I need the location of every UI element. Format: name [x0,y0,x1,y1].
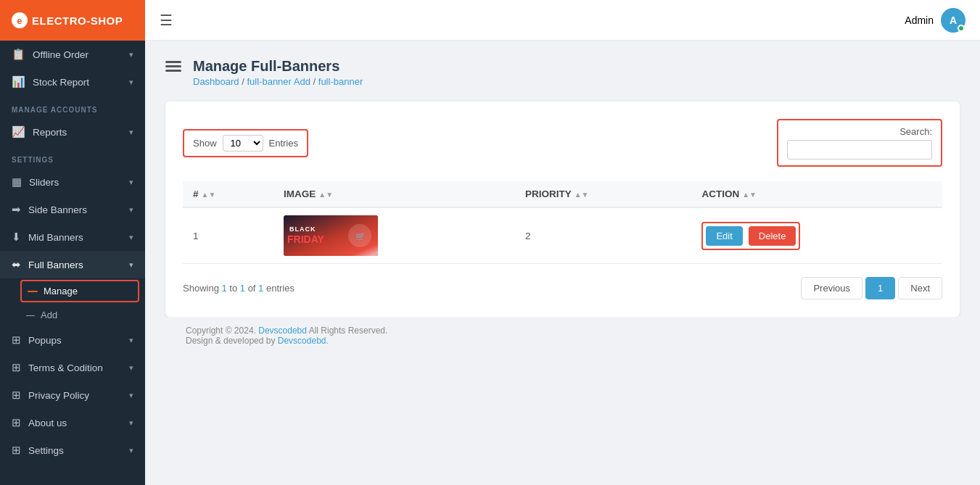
sidebar-item-about[interactable]: ⊞ About us ▾ [0,409,145,436]
sidebar-item-mid-banners[interactable]: ⬇ Mid Banners ▾ [0,223,145,251]
chevron-down-icon: ▾ [129,446,133,455]
footer-copyright: Copyright © 2024. [186,326,256,336]
cell-number: 1 [183,207,273,264]
stock-report-icon: 📊 [12,75,25,88]
col-header-action[interactable]: ACTION▲▼ [691,181,942,207]
sidebar-item-label: Settings [28,445,64,456]
search-input[interactable] [787,140,932,159]
page-header-icon [165,58,181,72]
content-area: Manage Full-Banners Dashboard / full-ban… [145,41,980,485]
reports-icon: 📈 [12,125,25,138]
page-title: Manage Full-Banners [193,58,363,75]
sidebar-sub-item-manage[interactable]: Manage [20,280,139,302]
privacy-icon: ⊞ [12,389,21,402]
svg-text:BLACK: BLACK [289,225,316,233]
page-1-button[interactable]: 1 [865,277,895,299]
brand-logo[interactable]: e ELECTRO-SHOP [0,0,145,41]
section-label-settings: SETTINGS [0,146,145,168]
sidebar-item-sliders[interactable]: ▦ Sliders ▾ [0,168,145,196]
footer: Copyright © 2024. Devscodebd All Rights … [165,317,960,355]
sub-item-label: Add [41,310,57,320]
sidebar-item-label: Mid Banners [28,232,83,243]
sidebar-item-label: Terms & Codition [28,362,103,373]
table-controls: Show 10 25 50 100 Entries Search: [183,119,942,167]
col-header-priority[interactable]: PRIORITY▲▼ [515,181,692,207]
breadcrumb-full-banner[interactable]: full-banner [318,76,363,87]
edit-button[interactable]: Edit [706,226,742,246]
offline-order-icon: 📋 [12,48,25,61]
svg-text:FRIDAY: FRIDAY [287,233,324,245]
sub-item-label: Manage [44,286,78,297]
side-banners-icon: ➡ [12,203,21,216]
footer-rights: All Rights Reserved. [309,326,388,336]
sidebar-item-reports[interactable]: 📈 Reports ▾ [0,118,145,146]
brand-name: ELECTRO-SHOP [32,14,123,27]
avatar[interactable]: A [941,8,965,33]
svg-text:🛒: 🛒 [355,231,366,241]
chevron-down-icon: ▾ [129,260,133,270]
action-buttons-wrapper: Edit Delete [701,222,800,250]
sidebar: e ELECTRO-SHOP 📋 Offline Order ▾ 📊 Stock… [0,0,145,485]
breadcrumb-dashboard[interactable]: Dashboard [193,76,239,87]
cell-priority: 2 [515,207,692,264]
banner-svg: BLACK FRIDAY 🛒 [284,215,378,256]
chevron-down-icon: ▾ [129,391,133,400]
delete-button[interactable]: Delete [749,226,796,246]
topbar: ☰ Admin A [145,0,980,41]
mid-banners-icon: ⬇ [12,231,21,244]
sidebar-item-stock-report[interactable]: 📊 Stock Report ▾ [0,68,145,96]
online-dot [958,25,965,32]
chevron-down-icon: ▾ [129,178,133,187]
previous-button[interactable]: Previous [801,277,862,299]
topbar-right: Admin A [905,8,965,33]
pagination-controls: Previous 1 Next [801,277,942,299]
settings-icon: ⊞ [12,444,21,457]
banner-image: BLACK FRIDAY 🛒 [284,215,378,256]
show-entries-control: Show 10 25 50 100 Entries [183,129,308,157]
sliders-icon: ▦ [12,175,22,188]
footer-design-company-link[interactable]: Devscodebd. [278,336,329,346]
sidebar-item-terms[interactable]: ⊞ Terms & Codition ▾ [0,354,145,381]
full-banners-icon: ⬌ [12,258,21,271]
col-header-image[interactable]: IMAGE▲▼ [273,181,515,207]
sidebar-item-side-banners[interactable]: ➡ Side Banners ▾ [0,196,145,223]
breadcrumb-sep-2: / [313,76,318,87]
section-label-manage-accounts: MANAGE ACCOUNTS [0,96,145,118]
sidebar-sub-item-add[interactable]: — Add [0,304,145,326]
sidebar-item-label: Privacy Policy [28,390,89,401]
footer-company-link[interactable]: Devscodebd [258,326,307,336]
admin-label: Admin [905,14,934,26]
breadcrumb-full-banner-add[interactable]: full-banner Add [247,76,310,87]
col-header-number[interactable]: #▲▼ [183,181,273,207]
main-card: Show 10 25 50 100 Entries Search: [165,101,960,317]
footer-design-text: Design & developed by [186,336,275,346]
sidebar-item-label: Offline Order [33,49,88,60]
brand-e-letter: e [12,12,28,28]
pagination-total: 1 [258,283,263,294]
next-button[interactable]: Next [898,277,942,299]
chevron-down-icon: ▾ [129,418,133,428]
hamburger-icon[interactable]: ☰ [160,12,173,29]
cell-image: BLACK FRIDAY 🛒 [273,207,515,264]
pagination-start: 1 [221,283,226,294]
sidebar-item-label: Full Banners [28,260,83,270]
popups-icon: ⊞ [12,333,21,347]
sort-icon: ▲▼ [575,191,589,199]
sidebar-item-label: About us [28,418,67,428]
table-head: #▲▼ IMAGE▲▼ PRIORITY▲▼ ACTION▲▼ [183,181,942,207]
header-line-3 [165,70,181,72]
chevron-down-icon: ▾ [129,128,133,137]
sidebar-item-label: Sliders [29,177,59,188]
sidebar-item-full-banners[interactable]: ⬌ Full Banners ▾ [0,251,145,278]
sort-icon: ▲▼ [318,191,333,199]
breadcrumb: Dashboard / full-banner Add / full-banne… [193,76,363,87]
sidebar-item-privacy[interactable]: ⊞ Privacy Policy ▾ [0,381,145,409]
chevron-down-icon: ▾ [129,78,133,87]
pagination-end: 1 [240,283,245,294]
pagination-bar: Showing 1 to 1 of 1 entries Previous 1 N… [183,277,942,299]
sidebar-item-settings[interactable]: ⊞ Settings ▾ [0,436,145,464]
sidebar-item-offline-order[interactable]: 📋 Offline Order ▾ [0,41,145,68]
chevron-down-icon: ▾ [129,50,133,59]
entries-select[interactable]: 10 25 50 100 [223,135,263,152]
sidebar-item-popups[interactable]: ⊞ Popups ▾ [0,326,145,354]
